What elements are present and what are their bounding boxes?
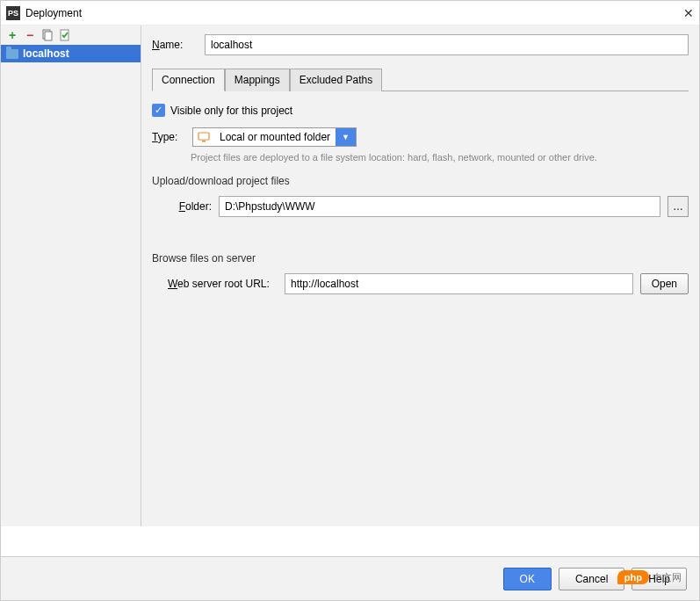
url-label: Web server root URL: [168,278,278,290]
url-input[interactable] [285,273,633,294]
validate-icon[interactable] [59,29,71,41]
type-dropdown[interactable]: Local or mounted folder ▼ [192,127,357,147]
add-icon[interactable]: + [6,29,18,41]
remove-icon[interactable]: − [24,29,36,41]
server-item-localhost[interactable]: localhost [1,45,141,62]
folder-label: Folder: [168,200,212,213]
type-label: Type: [152,131,184,143]
svg-rect-3 [198,133,209,140]
type-hint: Project files are deployed to a file sys… [191,152,689,163]
browse-folder-button[interactable]: … [668,196,689,217]
cancel-button[interactable]: Cancel [559,568,624,590]
folder-input[interactable] [219,196,660,217]
type-selected: Local or mounted folder [214,128,336,146]
name-input[interactable] [205,34,689,55]
tab-mappings[interactable]: Mappings [225,69,290,91]
visible-only-checkbox[interactable]: ✓ [152,104,165,117]
folder-icon [6,49,18,59]
close-icon[interactable]: ✕ [683,6,694,20]
svg-rect-1 [45,32,52,40]
dialog-buttons: OK Cancel Help php 中文网 [1,556,699,600]
copy-icon[interactable] [41,29,54,41]
window-title: Deployment [25,7,683,19]
tab-bar: Connection Mappings Excluded Paths [152,68,689,91]
sidebar: + − localhost [1,25,141,526]
browse-section-title: Browse files on server [152,252,689,264]
tab-excluded-paths[interactable]: Excluded Paths [290,69,382,91]
help-button[interactable]: Help [631,568,687,590]
content-panel: Name: Connection Mappings Excluded Paths… [141,25,699,526]
server-item-label: localhost [23,47,69,60]
open-button[interactable]: Open [640,273,689,294]
sidebar-toolbar: + − [1,25,141,45]
app-icon: PS [6,6,20,20]
upload-section-title: Upload/download project files [152,175,689,187]
tab-connection[interactable]: Connection [152,69,225,91]
chevron-down-icon: ▼ [336,128,356,146]
monitor-icon [193,129,214,145]
ok-button[interactable]: OK [503,568,552,590]
visible-only-label: Visible only for this project [170,105,292,117]
titlebar: PS Deployment ✕ [1,1,699,25]
name-label: Name: [152,39,196,51]
svg-rect-4 [202,141,206,142]
